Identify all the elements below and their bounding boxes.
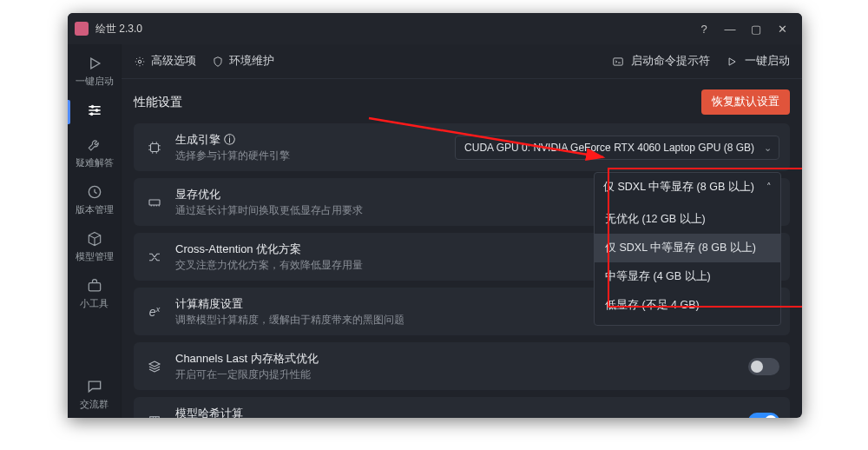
svg-point-1	[95, 109, 98, 112]
wrench-icon	[86, 136, 103, 154]
hash-toggle[interactable]	[748, 413, 779, 419]
open-cmd-button[interactable]: 启动命令提示符	[612, 54, 710, 69]
sidebar-item-models[interactable]: 模型管理	[68, 223, 122, 270]
sidebar-item-troubleshoot[interactable]: 疑难解答	[68, 129, 122, 176]
row-engine-desc: 选择参与计算的硬件引擎	[175, 149, 444, 162]
app-window: 绘世 2.3.0 ? — ▢ ✕ 一键启动 疑难解答 版本管理	[68, 13, 802, 418]
topbar: 高级选项 环境维护 启动命令提示符 一键启动	[122, 44, 802, 79]
row-chlast-desc: 开启可在一定限度内提升性能	[175, 368, 738, 381]
minimize-button[interactable]: —	[717, 17, 743, 41]
gear-icon	[134, 56, 146, 68]
restore-defaults-button[interactable]: 恢复默认设置	[701, 89, 790, 115]
svg-point-2	[90, 113, 93, 116]
toolbox-icon	[86, 277, 103, 294]
maximize-button[interactable]: ▢	[743, 17, 769, 41]
sidebar: 一键启动 疑难解答 版本管理 模型管理 小工具	[68, 44, 122, 418]
row-engine-title: 生成引擎 ⓘ	[175, 132, 444, 148]
sliders-icon	[86, 102, 103, 119]
window-title: 绘世 2.3.0	[95, 22, 142, 36]
chevron-up-icon: ˄	[766, 182, 772, 193]
svg-rect-7	[151, 143, 159, 151]
svg-rect-9	[150, 416, 160, 418]
svg-rect-8	[149, 200, 160, 205]
channels-last-toggle[interactable]	[748, 358, 779, 375]
titlebar: 绘世 2.3.0 ? — ▢ ✕	[68, 13, 802, 44]
chip-icon	[144, 140, 165, 156]
chat-icon	[86, 378, 103, 395]
section-title: 性能设置	[134, 95, 182, 110]
grid-icon	[144, 414, 165, 419]
terminal-icon	[612, 56, 624, 68]
row-channels-last: Channels Last 内存格式优化 开启可在一定限度内提升性能	[134, 342, 790, 390]
clock-icon	[86, 183, 103, 201]
play-icon	[86, 55, 103, 72]
sidebar-item-onekey-launch[interactable]: 一键启动	[68, 48, 122, 95]
svg-point-0	[91, 105, 94, 108]
layers-icon	[144, 359, 165, 374]
sidebar-item-tools[interactable]: 小工具	[68, 270, 122, 317]
vram-option-sdxl-medium[interactable]: 仅 SDXL 中等显存 (8 GB 以上)	[595, 234, 780, 262]
row-hash-title: 模型哈希计算	[175, 406, 738, 418]
sidebar-item-settings[interactable]	[68, 95, 122, 129]
vram-option-low[interactable]: 低显存 (不足 4 GB)	[595, 291, 780, 320]
cube-icon	[86, 230, 103, 248]
shuffle-icon	[144, 249, 165, 265]
svg-point-5	[138, 60, 141, 63]
play-outline-icon	[726, 56, 738, 68]
vram-option-none[interactable]: 无优化 (12 GB 以上)	[595, 205, 780, 234]
vram-option-medium[interactable]: 中等显存 (4 GB 以上)	[595, 262, 780, 291]
launch-button[interactable]: 一键启动	[726, 54, 790, 69]
memory-icon	[144, 195, 165, 210]
tab-advanced-options[interactable]: 高级选项	[134, 54, 196, 69]
engine-select[interactable]: CUDA GPU 0: NVIDIA GeForce RTX 4060 Lapt…	[455, 136, 779, 160]
row-hash: 模型哈希计算 关闭可节省启动时间，但会导致页面内与图片生成数据中无法正常显示模型…	[134, 397, 790, 418]
row-chlast-title: Channels Last 内存格式优化	[175, 351, 738, 367]
svg-rect-4	[89, 283, 100, 291]
help-button[interactable]: ?	[691, 17, 717, 41]
sidebar-item-version[interactable]: 版本管理	[68, 176, 122, 223]
row-engine: 生成引擎 ⓘ 选择参与计算的硬件引擎 CUDA GPU 0: NVIDIA Ge…	[134, 123, 790, 171]
chevron-down-icon: ⌄	[764, 142, 772, 153]
shield-icon	[212, 56, 224, 68]
close-button[interactable]: ✕	[769, 17, 795, 41]
app-icon	[75, 22, 89, 36]
tab-env-maintenance[interactable]: 环境维护	[212, 54, 274, 69]
exponent-icon: ex	[144, 305, 165, 319]
main-panel: 高级选项 环境维护 启动命令提示符 一键启动	[122, 44, 802, 418]
sidebar-item-community[interactable]: 交流群	[68, 371, 122, 418]
vram-dropdown: 仅 SDXL 中等显存 (8 GB 以上) ˄ 无优化 (12 GB 以上) 仅…	[594, 172, 781, 326]
content-area: 性能设置 恢复默认设置 生成引擎 ⓘ 选择参与计算的硬件引擎	[122, 79, 802, 418]
svg-rect-6	[614, 57, 623, 64]
vram-dropdown-select[interactable]: 仅 SDXL 中等显存 (8 GB 以上) ˄	[595, 173, 780, 202]
